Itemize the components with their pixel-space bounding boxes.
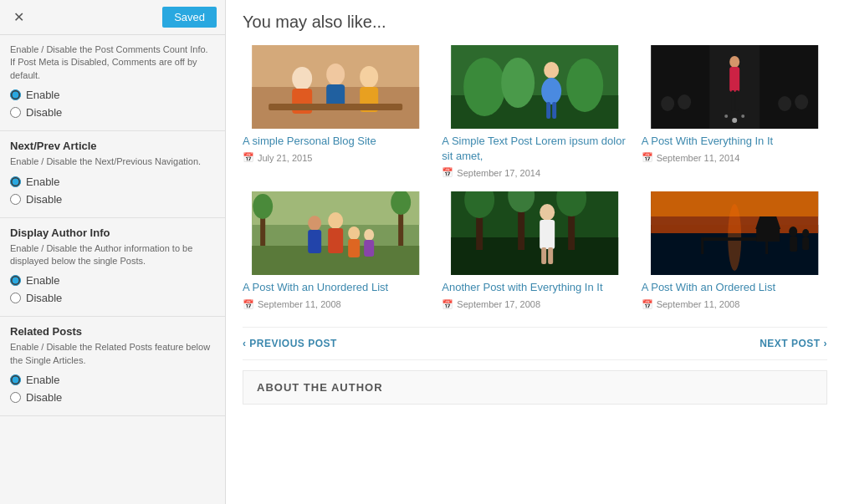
- comments-enable-label: Enable: [26, 89, 59, 101]
- post-thumbnail: [642, 191, 827, 275]
- svg-point-27: [661, 96, 674, 111]
- svg-point-38: [308, 216, 321, 231]
- author-enable-radio[interactable]: [10, 275, 21, 286]
- related-disable-label: Disable: [26, 391, 62, 404]
- related-disable-radio[interactable]: [10, 392, 21, 403]
- svg-point-42: [348, 227, 360, 240]
- post-thumbnail: [442, 191, 627, 275]
- svg-rect-45: [364, 240, 374, 257]
- svg-marker-66: [755, 216, 780, 229]
- svg-rect-56: [541, 247, 546, 264]
- svg-point-29: [778, 96, 791, 111]
- next-prev-disable-label: Disable: [26, 193, 62, 206]
- svg-rect-55: [540, 220, 555, 249]
- related-enable-option[interactable]: Enable: [10, 374, 215, 386]
- calendar-icon: 📅: [442, 167, 453, 178]
- previous-post-link[interactable]: ‹ PREVIOUS POST: [243, 338, 337, 349]
- related-enable-radio[interactable]: [10, 374, 21, 385]
- author-enable-option[interactable]: Enable: [10, 274, 215, 287]
- post-title-link[interactable]: A Post With an Ordered List: [642, 280, 827, 295]
- svg-point-28: [678, 94, 691, 109]
- svg-rect-16: [546, 102, 550, 119]
- next-prev-disable-radio[interactable]: [10, 194, 21, 205]
- svg-rect-57: [548, 247, 553, 264]
- svg-point-15: [541, 78, 561, 104]
- post-card: Another Post with Everything In It📅Septe…: [442, 191, 627, 309]
- svg-point-35: [253, 194, 273, 219]
- post-title-link[interactable]: A simple Personal Blog Site: [243, 134, 428, 149]
- next-prev-desc: Enable / Disable the Next/Previous Navig…: [10, 155, 215, 168]
- next-prev-enable-option[interactable]: Enable: [10, 176, 215, 188]
- posts-grid: A simple Personal Blog Site📅July 21, 201…: [243, 45, 827, 310]
- calendar-icon: 📅: [642, 152, 653, 163]
- post-thumbnail: [442, 45, 627, 129]
- related-disable-option[interactable]: Disable: [10, 391, 215, 404]
- svg-point-21: [724, 115, 728, 118]
- svg-rect-69: [790, 237, 797, 252]
- svg-point-20: [732, 118, 737, 123]
- author-disable-label: Disable: [26, 292, 62, 304]
- author-disable-option[interactable]: Disable: [10, 292, 215, 304]
- calendar-icon: 📅: [442, 299, 453, 310]
- svg-point-13: [566, 59, 603, 112]
- post-date: 📅July 21, 2015: [243, 152, 428, 163]
- related-posts-title: Related Posts: [10, 325, 215, 338]
- saved-button[interactable]: Saved: [162, 7, 217, 28]
- post-date: 📅September 17, 2008: [442, 299, 627, 310]
- svg-rect-26: [735, 90, 739, 111]
- related-posts-section: Related Posts Enable / Disable the Relat…: [0, 317, 225, 416]
- next-prev-enable-label: Enable: [26, 176, 59, 188]
- svg-rect-64: [701, 237, 703, 254]
- post-date: 📅September 11, 2008: [642, 299, 827, 310]
- post-thumbnail: [642, 45, 827, 129]
- comments-disable-radio[interactable]: [10, 107, 21, 118]
- post-card: A Post With an Ordered List📅September 11…: [642, 191, 827, 309]
- svg-point-2: [292, 67, 312, 90]
- about-author-bar: ABOUT THE AUTHOR: [243, 370, 827, 405]
- post-title-link[interactable]: A Post With Everything In It: [642, 134, 827, 149]
- next-prev-disable-option[interactable]: Disable: [10, 193, 215, 206]
- calendar-icon: 📅: [243, 299, 254, 310]
- comments-disable-label: Disable: [26, 106, 62, 119]
- comments-count-section: Enable / Disable the Post Comments Count…: [0, 35, 225, 131]
- svg-rect-8: [269, 104, 402, 110]
- svg-rect-43: [348, 239, 360, 257]
- svg-rect-25: [731, 90, 734, 111]
- comments-disable-option[interactable]: Disable: [10, 106, 215, 119]
- section-heading: You may also like...: [243, 13, 827, 32]
- post-card: A Simple Text Post Lorem ipsum dolor sit…: [442, 45, 627, 178]
- next-prev-title: Next/Prev Article: [10, 140, 215, 152]
- svg-rect-67: [756, 229, 780, 242]
- next-post-link[interactable]: NEXT POST ›: [760, 338, 827, 349]
- svg-rect-17: [552, 102, 556, 119]
- post-title-link[interactable]: Another Post with Everything In It: [442, 280, 627, 295]
- post-card: A Post With an Unordered List📅September …: [243, 191, 428, 309]
- post-date: 📅September 11, 2014: [642, 152, 827, 163]
- next-prev-enable-radio[interactable]: [10, 176, 21, 187]
- svg-point-11: [463, 58, 505, 116]
- post-thumbnail: [243, 45, 428, 129]
- next-prev-section: Next/Prev Article Enable / Disable the N…: [0, 131, 225, 217]
- svg-point-23: [729, 56, 739, 68]
- author-info-desc: Enable / Disable the Author information …: [10, 242, 215, 268]
- comments-enable-option[interactable]: Enable: [10, 89, 215, 101]
- post-date: 📅September 11, 2008: [243, 299, 428, 310]
- svg-rect-39: [308, 230, 321, 253]
- comments-enable-radio[interactable]: [10, 89, 21, 100]
- svg-point-4: [326, 64, 345, 85]
- about-author-title: ABOUT THE AUTHOR: [257, 381, 383, 394]
- svg-point-44: [364, 229, 374, 241]
- right-panel: You may also like... A simple Personal B…: [226, 0, 844, 504]
- post-card: A simple Personal Blog Site📅July 21, 201…: [243, 45, 428, 178]
- svg-point-70: [802, 229, 809, 237]
- post-title-link[interactable]: A Simple Text Post Lorem ipsum dolor sit…: [442, 134, 627, 164]
- post-title-link[interactable]: A Post With an Unordered List: [243, 280, 428, 295]
- related-enable-label: Enable: [26, 374, 59, 386]
- close-button[interactable]: ✕: [8, 8, 29, 27]
- calendar-icon: 📅: [642, 299, 653, 310]
- svg-rect-41: [328, 228, 343, 253]
- author-disable-radio[interactable]: [10, 293, 21, 303]
- svg-point-30: [795, 94, 808, 109]
- post-thumbnail: [243, 191, 428, 275]
- svg-point-6: [360, 66, 378, 88]
